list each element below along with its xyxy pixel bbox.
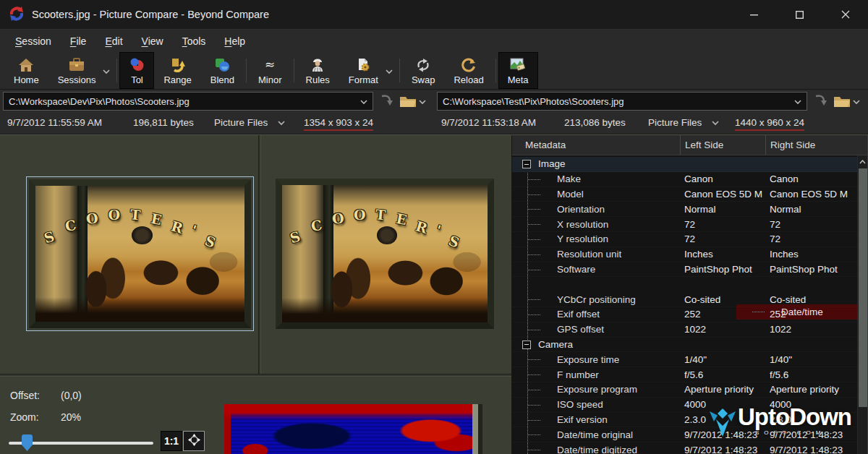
meta-button[interactable]: Meta <box>498 52 538 89</box>
title-bar: Scooters.jpg - Picture Compare - Beyond … <box>0 0 868 29</box>
left-side-column-header[interactable]: Left Side <box>680 135 765 155</box>
metadata-row-exif-version[interactable]: Exif version2.3.02.3.0 <box>512 413 857 428</box>
revert-arrow-icon[interactable] <box>814 93 828 110</box>
metadata-row-make[interactable]: MakeCanonCanon <box>512 172 857 187</box>
menu-tools[interactable]: Tools <box>173 32 216 51</box>
metadata-row-model[interactable]: ModelCanon EOS 5D MCanon EOS 5D M <box>512 187 857 202</box>
menu-edit[interactable]: Edit <box>95 32 132 51</box>
right-file-size: 213,086 bytes <box>564 117 626 128</box>
zoom-label: Zoom: <box>10 411 39 423</box>
minimize-button[interactable] <box>731 0 777 29</box>
toolbar-separator <box>246 59 247 82</box>
browse-folder-button[interactable] <box>399 95 426 108</box>
difference-pane[interactable]: Offset: (0,0) Zoom: 20% 1:1 <box>0 377 511 454</box>
toolbar-button-label: Format <box>349 74 378 85</box>
left-path-cell: C:\Workspace\Dev\Pix\Photos\Scooters.jpg <box>0 90 434 113</box>
toolbar-button-label: Tol <box>131 74 143 85</box>
toolbar-separator <box>399 59 400 82</box>
metadata-rows: ImageMakeCanonCanonModelCanon EOS 5D MCa… <box>512 155 857 454</box>
metadata-group-image[interactable]: Image <box>512 157 857 172</box>
range-button[interactable]: Range <box>154 52 200 89</box>
rules-icon <box>310 56 326 74</box>
right-side-column-header[interactable]: Right Side <box>765 135 867 155</box>
chevron-down-icon[interactable] <box>386 66 393 77</box>
menu-bar: SessionFileEditViewToolsHelp <box>0 29 868 52</box>
metadata-row-x-resolution[interactable]: X resolution7272 <box>512 217 857 232</box>
home-button[interactable]: Home <box>4 52 48 89</box>
metadata-column-header[interactable]: Metadata <box>512 135 680 155</box>
swap-button[interactable]: Swap <box>402 52 445 89</box>
maximize-button[interactable] <box>777 0 822 29</box>
chevron-down-icon[interactable] <box>712 117 719 128</box>
metadata-row-exif-offset[interactable]: Exif offset252252 <box>512 307 857 322</box>
minor-button[interactable]: ≈Minor <box>249 52 292 89</box>
metadata-row-y-resolution[interactable]: Y resolution7272 <box>512 232 857 247</box>
metadata-row-exposure-program[interactable]: Exposure programAperture priorityApertur… <box>512 382 857 398</box>
left-path-input[interactable]: C:\Workspace\Dev\Pix\Photos\Scooters.jpg <box>3 92 373 111</box>
menu-help[interactable]: Help <box>215 32 255 51</box>
close-button[interactable] <box>822 0 868 29</box>
rules-button[interactable]: Rules <box>297 52 339 89</box>
chevron-down-icon[interactable] <box>360 96 367 107</box>
minor-icon: ≈ <box>262 56 278 74</box>
left-file-format-dropdown[interactable]: Picture Files <box>214 117 285 128</box>
collapse-icon[interactable] <box>522 340 531 349</box>
reload-button[interactable]: Reload <box>444 52 493 89</box>
tol-button[interactable]: Tol <box>119 52 154 89</box>
toolbar-button-label: Home <box>14 74 39 85</box>
metadata-row-resolution-unit[interactable]: Resolution unitInchesInches <box>512 247 857 262</box>
right-photo[interactable]: SCOOTER'S <box>276 179 494 329</box>
toolbar-button-label: Meta <box>508 74 529 85</box>
metadata-row-ycbcr-positioning[interactable]: YCbCr positioningCo-sitedCo-sited <box>512 292 857 307</box>
chevron-down-icon[interactable] <box>278 117 285 128</box>
metadata-row-date-time-digitized[interactable]: Date/time digitized9/7/2012 1:48:239/7/2… <box>512 442 857 454</box>
metadata-row-gps-offset[interactable]: GPS offset10221022 <box>512 322 857 338</box>
left-photo-selected[interactable]: SCOOTER'S <box>26 176 254 331</box>
format-button[interactable]: Format <box>339 52 397 89</box>
chevron-down-icon[interactable] <box>853 95 860 108</box>
collapse-icon[interactable] <box>522 160 531 168</box>
metadata-row-date-time-original[interactable]: Date/time original9/7/2012 1:48:239/7/20… <box>512 427 857 442</box>
metadata-row-f-number[interactable]: F numberf/5.6f/5.6 <box>512 367 857 382</box>
blend-button[interactable]: Blend <box>201 52 244 89</box>
metadata-row-software[interactable]: SoftwarePaintShop PhotPaintShop Phot <box>512 262 857 278</box>
left-image-pane[interactable]: SCOOTER'S <box>0 135 258 374</box>
toolbar-button-label: Minor <box>258 74 282 85</box>
revert-arrow-icon[interactable] <box>380 93 394 110</box>
right-image-pane[interactable]: SCOOTER'S <box>261 135 511 374</box>
metadata-group-camera[interactable]: Camera <box>512 338 857 353</box>
menu-view[interactable]: View <box>132 32 173 51</box>
scrollbar-thumb[interactable] <box>859 168 867 407</box>
metadata-row-iso-speed[interactable]: ISO speed40004000 <box>512 398 857 413</box>
browse-folder-button[interactable] <box>833 95 860 108</box>
right-file-format-dropdown[interactable]: Picture Files <box>648 117 719 128</box>
chevron-down-icon[interactable] <box>419 95 426 108</box>
toolbar-button-label: Sessions <box>58 74 96 85</box>
zoom-slider-thumb[interactable] <box>22 434 33 451</box>
beyond-compare-window: Scooters.jpg - Picture Compare - Beyond … <box>0 0 868 454</box>
chevron-down-icon[interactable] <box>794 96 801 107</box>
metadata-row-exposure-time[interactable]: Exposure time1/40"1/40" <box>512 352 857 367</box>
window-controls <box>731 0 868 29</box>
toolbar-button-label: Rules <box>306 74 330 85</box>
left-path-text: C:\Workspace\Dev\Pix\Photos\Scooters.jpg <box>9 96 190 107</box>
sessions-button[interactable]: Sessions <box>48 52 115 89</box>
metadata-row-orientation[interactable]: OrientationNormalNormal <box>512 202 857 217</box>
metadata-panel: Metadata Left Side Right Side ImageMakeC… <box>511 135 867 454</box>
right-path-input[interactable]: C:\Workspace\Test\Pix\Photos\Scooters.jp… <box>437 92 807 111</box>
menu-file[interactable]: File <box>61 32 96 51</box>
scroll-up-icon[interactable] <box>858 155 867 168</box>
metadata-scrollbar[interactable] <box>857 155 867 454</box>
fit-to-window-button[interactable] <box>183 431 205 451</box>
menu-session[interactable]: Session <box>6 32 61 51</box>
scooters-sign: SCOOTER'S <box>44 205 237 273</box>
toolbar-button-label: Range <box>163 74 191 85</box>
chevron-down-icon[interactable] <box>103 66 110 77</box>
left-file-dimensions: 1354 x 903 x 24 <box>304 117 373 131</box>
actual-size-button[interactable]: 1:1 <box>161 431 182 451</box>
path-bar: C:\Workspace\Dev\Pix\Photos\Scooters.jpg… <box>0 90 868 113</box>
toolbar-separator <box>495 59 496 82</box>
right-file-date: 9/7/2012 11:53:18 AM <box>441 117 536 128</box>
difference-image[interactable] <box>224 404 482 454</box>
home-icon <box>18 56 34 74</box>
